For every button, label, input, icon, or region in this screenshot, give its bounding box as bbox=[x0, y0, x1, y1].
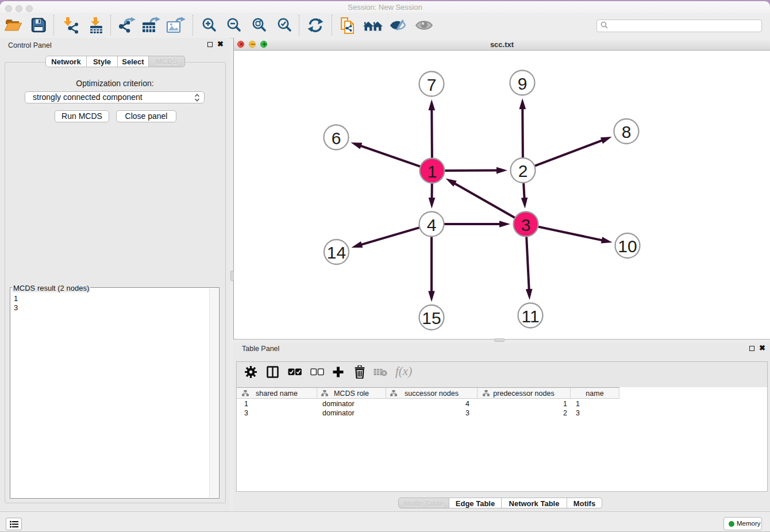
svg-text:14: 14 bbox=[327, 243, 346, 262]
svg-text:1: 1 bbox=[428, 162, 437, 181]
svg-text:9: 9 bbox=[518, 74, 528, 93]
svg-text:2: 2 bbox=[518, 161, 528, 180]
svg-text:15: 15 bbox=[422, 309, 441, 327]
svg-text:3: 3 bbox=[521, 215, 531, 234]
svg-text:4: 4 bbox=[427, 215, 437, 234]
svg-text:8: 8 bbox=[622, 122, 632, 141]
svg-text:6: 6 bbox=[332, 129, 341, 148]
svg-text:10: 10 bbox=[618, 237, 637, 256]
svg-text:7: 7 bbox=[427, 75, 437, 94]
svg-text:11: 11 bbox=[521, 307, 539, 326]
